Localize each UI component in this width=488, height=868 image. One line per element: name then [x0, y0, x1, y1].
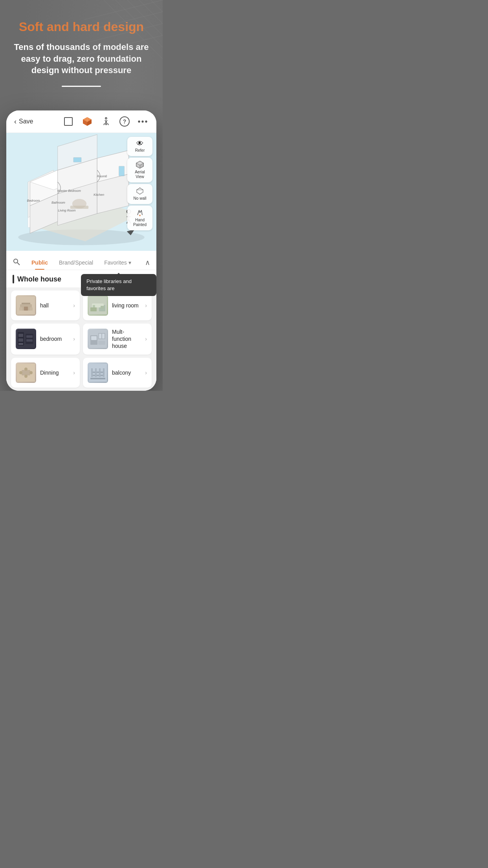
bedroom-thumbnail	[16, 329, 36, 349]
svg-rect-81	[99, 334, 101, 338]
divider	[62, 86, 101, 87]
svg-rect-93	[91, 368, 93, 377]
bedroom-label: bedroom	[40, 335, 69, 342]
app-toolbar: ‹ Save	[6, 110, 156, 133]
back-icon: ‹	[14, 118, 17, 126]
multi-function-label: Mult-function house	[112, 328, 141, 350]
multi-thumb-svg	[89, 330, 107, 348]
tab-brand[interactable]: Brand/Special	[53, 256, 99, 270]
aerial-icon	[136, 161, 144, 169]
svg-rect-96	[99, 368, 101, 377]
tooltip-text: Private libraries and favorites are	[86, 278, 132, 291]
svg-rect-62	[29, 307, 33, 311]
svg-line-56	[17, 263, 20, 265]
dining-label: Dinning	[40, 369, 69, 376]
no-wall-button[interactable]: No wall	[127, 184, 152, 204]
svg-point-87	[29, 371, 33, 374]
bottom-panel: Public Brand/Special Favorites ▾ ∧ Whole…	[6, 251, 156, 391]
grid-item-hall[interactable]: hall ›	[11, 291, 80, 320]
svg-rect-83	[98, 341, 105, 345]
svg-rect-91	[91, 371, 105, 373]
svg-rect-75	[26, 335, 33, 338]
svg-point-14	[105, 118, 107, 119]
section-bar	[13, 275, 14, 283]
dining-thumb-svg	[17, 364, 35, 382]
aerial-label: AerialView	[135, 170, 145, 179]
svg-rect-97	[90, 378, 105, 379]
grid-item-bedroom[interactable]: bedroom ›	[11, 324, 80, 355]
hall-label: hall	[40, 302, 69, 309]
svg-text:Living Room: Living Room	[58, 209, 76, 212]
svg-rect-64	[90, 307, 97, 311]
layers-icon[interactable]	[63, 116, 74, 127]
svg-rect-85	[22, 370, 30, 375]
svg-rect-82	[102, 334, 105, 338]
phone-mockup: ‹ Save	[6, 110, 156, 391]
multi-function-thumbnail	[88, 329, 108, 349]
living-room-thumbnail	[88, 295, 108, 316]
hand-painted-label: HandPainted	[133, 218, 147, 227]
svg-rect-73	[18, 343, 23, 345]
hero-title: Soft and hard design	[12, 20, 151, 34]
hero-subtitle: Tens of thousands of models are easy to …	[12, 41, 151, 76]
svg-rect-40	[73, 158, 81, 162]
svg-rect-74	[26, 334, 33, 344]
svg-point-88	[24, 368, 28, 371]
toolbar-back-group[interactable]: ‹ Save	[14, 118, 33, 126]
grid-item-dining[interactable]: Dinning ›	[11, 358, 80, 388]
multi-function-arrow: ›	[145, 336, 147, 342]
items-grid: hall › living room ›	[6, 287, 156, 391]
svg-text:Bedroom: Bedroom	[27, 199, 40, 202]
grid-item-multi-function[interactable]: Mult-function house ›	[83, 324, 152, 355]
hand-painted-button[interactable]: HandPainted	[127, 206, 152, 230]
svg-rect-68	[101, 306, 104, 309]
section-heading-area: Whole house Private libraries and favori…	[6, 270, 156, 287]
grid-item-balcony[interactable]: balcony ›	[83, 358, 152, 388]
svg-rect-92	[91, 375, 105, 376]
living-thumb-svg	[89, 296, 107, 314]
hall-thumb-svg	[17, 296, 35, 314]
svg-rect-41	[119, 166, 125, 176]
tooltip-bubble: Private libraries and favorites are	[81, 274, 156, 296]
tab-favorites[interactable]: Favorites ▾	[99, 256, 136, 270]
svg-rect-61	[19, 307, 22, 311]
svg-point-54	[139, 215, 141, 216]
bedroom-thumb-svg	[17, 330, 35, 348]
svg-rect-67	[93, 305, 95, 307]
bedroom-arrow: ›	[73, 336, 75, 342]
save-button[interactable]: Save	[19, 118, 33, 125]
refer-button[interactable]: 👁 Refer	[127, 137, 152, 156]
hero-section: Soft and hard design Tens of thousands o…	[0, 0, 163, 110]
tab-bar: Public Brand/Special Favorites ▾ ∧	[6, 251, 156, 270]
no-wall-icon	[136, 187, 144, 195]
help-icon[interactable]: ?	[119, 116, 130, 127]
svg-point-89	[24, 375, 28, 378]
right-panel: 👁 Refer AerialView No wall	[127, 137, 152, 230]
svg-text:Room6: Room6	[97, 175, 108, 178]
search-icon[interactable]	[13, 258, 20, 268]
paint-icon	[136, 209, 144, 217]
aerial-view-button[interactable]: AerialView	[127, 158, 152, 182]
svg-rect-60	[24, 307, 28, 311]
person-walk-icon[interactable]	[101, 116, 112, 127]
svg-point-55	[14, 259, 18, 263]
svg-text:Master Bedroom: Master Bedroom	[57, 189, 81, 193]
svg-rect-79	[91, 336, 97, 340]
svg-point-86	[19, 371, 22, 374]
cube-3d-icon[interactable]	[82, 116, 93, 127]
svg-rect-39	[70, 206, 88, 209]
svg-rect-72	[18, 338, 23, 342]
svg-marker-52	[137, 188, 143, 194]
more-dots: •••	[138, 117, 148, 126]
tab-collapse-icon[interactable]: ∧	[145, 258, 150, 267]
living-room-label: living room	[112, 302, 141, 309]
svg-text:Bathroom: Bathroom	[51, 201, 66, 204]
balcony-thumb-svg	[89, 364, 107, 382]
tab-public[interactable]: Public	[26, 256, 53, 270]
hall-arrow: ›	[73, 302, 75, 309]
eye-icon: 👁	[136, 140, 143, 147]
balcony-thumbnail	[88, 362, 108, 383]
floor-plan-area[interactable]: Bedroom Bathroom Master Bedroom Living R…	[6, 133, 156, 251]
svg-rect-94	[103, 368, 105, 377]
more-icon[interactable]: •••	[138, 116, 149, 127]
